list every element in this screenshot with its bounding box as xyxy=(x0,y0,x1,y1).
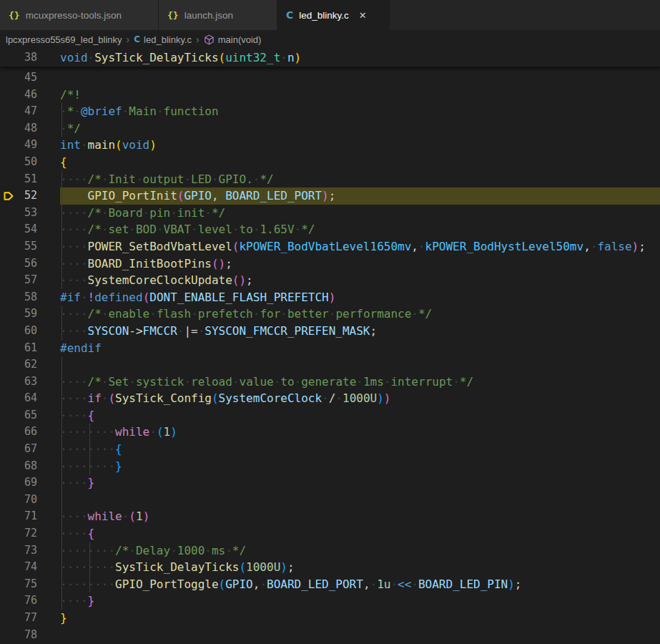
glyph-margin[interactable] xyxy=(0,508,20,525)
glyph-margin[interactable] xyxy=(0,407,20,424)
code-content[interactable]: ····/*·Init·output·LED·GPIO.·*/ xyxy=(60,171,660,188)
code-content[interactable]: ········GPIO_PortToggle(GPIO,·BOARD_LED_… xyxy=(60,576,660,593)
line-number[interactable]: 47 xyxy=(20,103,37,120)
line-number[interactable]: 46 xyxy=(20,87,37,104)
breadcrumb-file[interactable]: led_blinky.c xyxy=(144,34,192,45)
code-line[interactable]: 48·*/ xyxy=(0,120,660,137)
code-content[interactable]: { xyxy=(60,154,660,171)
code-line[interactable]: 71····while·(1) xyxy=(0,508,660,525)
code-content[interactable]: } xyxy=(60,610,660,627)
glyph-margin[interactable] xyxy=(0,103,20,120)
glyph-margin[interactable] xyxy=(0,323,20,340)
code-line[interactable]: 65····{ xyxy=(0,407,660,424)
code-content[interactable]: int·main(void) xyxy=(60,137,660,154)
line-number[interactable]: 62 xyxy=(20,356,37,374)
glyph-margin[interactable] xyxy=(0,238,20,255)
code-content[interactable]: ····SystemCoreClockUpdate(); xyxy=(60,272,660,289)
line-number[interactable]: 56 xyxy=(20,255,37,273)
code-content[interactable]: ········while·(1) xyxy=(60,424,660,441)
line-number[interactable]: 58 xyxy=(20,289,37,306)
code-line[interactable]: 53····/*·Board·pin·init·*/ xyxy=(0,205,660,222)
line-number[interactable]: 61 xyxy=(20,340,37,357)
code-content[interactable]: ····while·(1) xyxy=(60,508,660,525)
code-content[interactable]: ····/*·Board·pin·init·*/ xyxy=(60,205,660,222)
breadcrumb-folder[interactable]: lpcxpresso55s69_led_blinky xyxy=(6,34,122,45)
line-number[interactable]: 65 xyxy=(20,407,37,424)
line-number[interactable]: 60 xyxy=(20,323,37,340)
glyph-margin[interactable] xyxy=(0,49,20,67)
line-number[interactable]: 69 xyxy=(20,474,37,492)
code-content[interactable]: #endif xyxy=(60,340,660,357)
code-content[interactable]: ····POWER_SetBodVbatLevel(kPOWER_BodVbat… xyxy=(60,238,660,255)
code-content[interactable]: ·*·@brief·Main·function xyxy=(60,103,660,120)
line-number[interactable]: 55 xyxy=(20,238,37,255)
code-content[interactable]: ····{ xyxy=(60,525,660,542)
tab-mcuxpresso-tools-json[interactable]: {} mcuxpresso-tools.json xyxy=(0,0,159,30)
code-content[interactable]: ····GPIO_PortInit(GPIO,·BOARD_LED_PORT); xyxy=(60,187,660,205)
line-number[interactable]: 76 xyxy=(20,592,37,610)
code-line[interactable]: 46/*! xyxy=(0,87,660,104)
glyph-margin[interactable] xyxy=(0,171,20,188)
line-number[interactable]: 57 xyxy=(20,272,37,289)
glyph-margin[interactable] xyxy=(0,627,20,644)
line-number[interactable]: 45 xyxy=(20,69,37,87)
line-number[interactable]: 54 xyxy=(20,221,37,238)
glyph-margin[interactable] xyxy=(0,492,20,509)
code-content[interactable]: ········} xyxy=(60,458,660,475)
code-line[interactable]: 69····} xyxy=(0,474,660,492)
line-number[interactable]: 63 xyxy=(20,374,37,391)
code-content[interactable]: /*! xyxy=(60,87,660,104)
code-line[interactable]: 75········GPIO_PortToggle(GPIO,·BOARD_LE… xyxy=(0,576,660,593)
code-line[interactable]: 59····/*·enable·flash·prefetch·for·bette… xyxy=(0,306,660,323)
code-content[interactable]: ········/*·Delay·1000·ms·*/ xyxy=(60,542,660,560)
code-line[interactable]: 50{ xyxy=(0,154,660,171)
code-editor[interactable]: 38void·SysTick_DelayTicks(uint32_t·n) 45… xyxy=(0,49,660,643)
glyph-margin[interactable] xyxy=(0,542,20,560)
glyph-margin[interactable] xyxy=(0,306,20,323)
code-line[interactable]: 45 xyxy=(0,69,660,87)
line-number[interactable]: 49 xyxy=(20,137,37,154)
line-number[interactable]: 51 xyxy=(20,171,37,188)
glyph-margin[interactable] xyxy=(0,592,20,610)
line-number[interactable]: 68 xyxy=(20,458,37,475)
glyph-margin[interactable] xyxy=(0,137,20,154)
glyph-margin[interactable] xyxy=(0,525,20,542)
code-line[interactable]: 62 xyxy=(0,356,660,374)
code-line[interactable]: 51····/*·Init·output·LED·GPIO.·*/ xyxy=(0,171,660,188)
glyph-margin[interactable] xyxy=(0,390,20,407)
code-content[interactable]: ····/*·Set·systick·reload·value·to·gener… xyxy=(60,374,660,391)
glyph-margin[interactable] xyxy=(0,87,20,104)
line-number[interactable]: 67 xyxy=(20,441,37,458)
line-number[interactable]: 72 xyxy=(20,525,37,542)
code-line[interactable]: 55····POWER_SetBodVbatLevel(kPOWER_BodVb… xyxy=(0,238,660,255)
code-line[interactable]: 77} xyxy=(0,610,660,627)
glyph-margin[interactable] xyxy=(0,576,20,593)
code-line[interactable]: 68········} xyxy=(0,458,660,475)
line-number[interactable]: 38 xyxy=(20,49,37,67)
code-content[interactable]: ····{ xyxy=(60,407,660,424)
code-content[interactable]: ········SysTick_DelayTicks(1000U); xyxy=(60,559,660,576)
code-line[interactable]: 76····} xyxy=(0,592,660,610)
code-line[interactable]: 56····BOARD_InitBootPins(); xyxy=(0,255,660,273)
code-content[interactable]: void·SysTick_DelayTicks(uint32_t·n) xyxy=(60,49,301,67)
code-line[interactable]: 58#if·!defined(DONT_ENABLE_FLASH_PREFETC… xyxy=(0,289,660,306)
glyph-margin[interactable] xyxy=(0,272,20,289)
code-content[interactable]: ········{ xyxy=(60,441,660,458)
code-content[interactable] xyxy=(60,492,660,509)
code-line[interactable]: 72····{ xyxy=(0,525,660,542)
glyph-margin[interactable] xyxy=(0,610,20,627)
line-number[interactable]: 75 xyxy=(20,576,37,593)
line-number[interactable]: 77 xyxy=(20,610,37,627)
code-content[interactable]: ····} xyxy=(60,474,660,492)
glyph-margin[interactable] xyxy=(0,474,20,492)
code-content[interactable]: ····/*·set·BOD·VBAT·level·to·1.65V·*/ xyxy=(60,221,660,238)
line-number[interactable]: 52 xyxy=(20,187,37,205)
code-line[interactable]: 60····SYSCON->FMCCR·|=·SYSCON_FMCCR_PREF… xyxy=(0,323,660,340)
code-content[interactable] xyxy=(60,69,660,87)
glyph-margin[interactable] xyxy=(0,424,20,441)
code-content[interactable]: ·*/ xyxy=(60,120,660,137)
code-line[interactable]: 70 xyxy=(0,492,660,509)
code-line[interactable]: 73········/*·Delay·1000·ms·*/ xyxy=(0,542,660,560)
code-line[interactable]: 66········while·(1) xyxy=(0,424,660,441)
sticky-code-line[interactable]: 38void·SysTick_DelayTicks(uint32_t·n) xyxy=(0,49,301,67)
